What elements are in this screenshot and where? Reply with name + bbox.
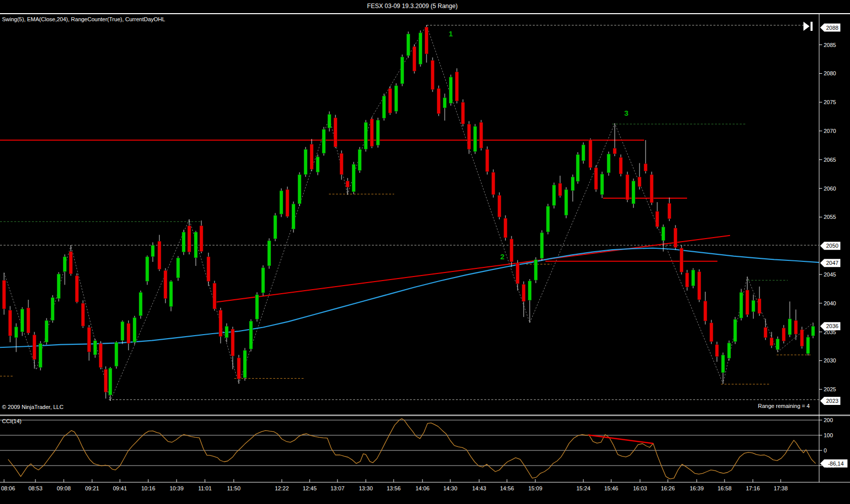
- cci-tick-label: 0: [824, 447, 827, 453]
- candle-down: [237, 358, 241, 379]
- swing-count-label-3: 3: [624, 109, 628, 117]
- candle-up: [376, 120, 380, 145]
- candle-up: [109, 368, 112, 395]
- candle-up: [322, 129, 326, 154]
- price-tick-label: 2040: [824, 300, 836, 306]
- panel-divider[interactable]: [0, 415, 850, 416]
- time-tick-label: 16:39: [690, 485, 704, 491]
- price-tick-label: 2030: [824, 357, 836, 363]
- candle-down: [650, 174, 654, 203]
- candle-up: [262, 267, 265, 293]
- time-tick-label: 13:07: [330, 485, 345, 491]
- candle-up: [540, 233, 544, 258]
- candle-up: [177, 258, 180, 278]
- candle-down: [698, 271, 701, 300]
- candle-up: [776, 339, 780, 350]
- candle-up: [728, 343, 731, 358]
- time-tick-label: 08:53: [28, 485, 42, 491]
- candle-down: [219, 310, 223, 336]
- candle-down: [27, 308, 30, 333]
- chart-canvas[interactable]: 2085208020752070206520602055204520402035…: [0, 0, 850, 504]
- time-tick-label: 17:38: [774, 485, 788, 491]
- candle-down: [468, 124, 471, 149]
- ema-value-marker-text: 2047: [826, 260, 838, 266]
- candle-down: [346, 181, 350, 187]
- candle-down: [340, 153, 344, 174]
- candle-down: [213, 283, 217, 309]
- swing-count-label-1: 1: [449, 29, 453, 38]
- candle-up: [395, 85, 398, 111]
- candle-up: [21, 309, 24, 332]
- candle-down: [81, 303, 85, 326]
- candle-down: [559, 183, 562, 196]
- candle-down: [656, 211, 659, 227]
- copyright-label: © 2009 NinjaTrader, LLC: [2, 404, 63, 410]
- candle-up: [582, 145, 585, 161]
- candle-up: [304, 149, 308, 174]
- candle-up: [194, 232, 198, 258]
- go-to-last-bar-icon-bar[interactable]: [811, 22, 813, 31]
- candle-up: [692, 270, 695, 286]
- time-tick-label: 13:30: [359, 485, 373, 491]
- time-tick-label: 12:22: [275, 485, 289, 491]
- candle-up: [364, 122, 368, 149]
- candle-down: [88, 328, 91, 352]
- price-tick-label: 2060: [824, 186, 836, 192]
- candle-up: [571, 177, 575, 191]
- candle-down: [486, 149, 489, 171]
- candle-up: [576, 155, 580, 181]
- time-tick-label: 17:16: [746, 485, 760, 491]
- time-tick-label: 14:30: [443, 485, 457, 491]
- candle-up: [607, 154, 611, 172]
- candle-down: [9, 310, 12, 336]
- candle-up: [632, 181, 635, 204]
- time-tick-label: 09:41: [113, 485, 127, 491]
- candle-up: [401, 57, 404, 83]
- candle-down: [158, 241, 161, 269]
- candle-down: [619, 157, 623, 174]
- price-tick-label: 2045: [824, 271, 836, 278]
- candle-down: [504, 218, 507, 238]
- candle-up: [352, 164, 356, 192]
- candle-up: [45, 320, 49, 342]
- range-remaining-label: Range remaining = 4: [758, 403, 810, 409]
- candle-down: [674, 228, 677, 248]
- candle-up: [407, 34, 410, 56]
- candle-up: [57, 274, 61, 299]
- candle-down: [613, 148, 617, 154]
- candle-up: [249, 321, 253, 349]
- candle-down: [188, 225, 191, 252]
- candle-up: [182, 232, 186, 252]
- candle-down: [686, 273, 689, 287]
- candle-down: [231, 329, 235, 356]
- swing-count-label-2: 2: [500, 252, 504, 261]
- time-tick-label: 15:24: [576, 485, 590, 491]
- time-tick-label: 16:58: [717, 485, 732, 491]
- candle-up: [546, 206, 550, 232]
- day-low-marker-text: 2023: [826, 398, 838, 404]
- candle-up: [382, 96, 386, 118]
- candle-down: [710, 323, 713, 341]
- candle-up: [133, 317, 137, 342]
- candle-up: [243, 350, 247, 378]
- candle-up: [565, 190, 568, 215]
- candle-down: [164, 270, 167, 299]
- candle-down: [334, 118, 337, 147]
- candle-down: [794, 320, 798, 334]
- candle-down: [704, 301, 707, 321]
- candle-down: [638, 177, 642, 187]
- candle-up: [474, 126, 477, 152]
- candle-up: [169, 282, 173, 307]
- cci-line: [8, 419, 816, 479]
- candle-up: [115, 342, 118, 366]
- candle-up: [316, 157, 320, 172]
- candle-down: [370, 119, 374, 147]
- go-to-last-bar-icon[interactable]: [803, 22, 810, 31]
- price-tick-label: 2055: [824, 214, 836, 220]
- time-tick-label: 16:26: [661, 485, 675, 491]
- candle-down: [413, 47, 416, 71]
- candle-down: [510, 239, 514, 262]
- candle-down: [425, 27, 429, 54]
- candle-up: [534, 259, 538, 280]
- candle-down: [594, 168, 598, 190]
